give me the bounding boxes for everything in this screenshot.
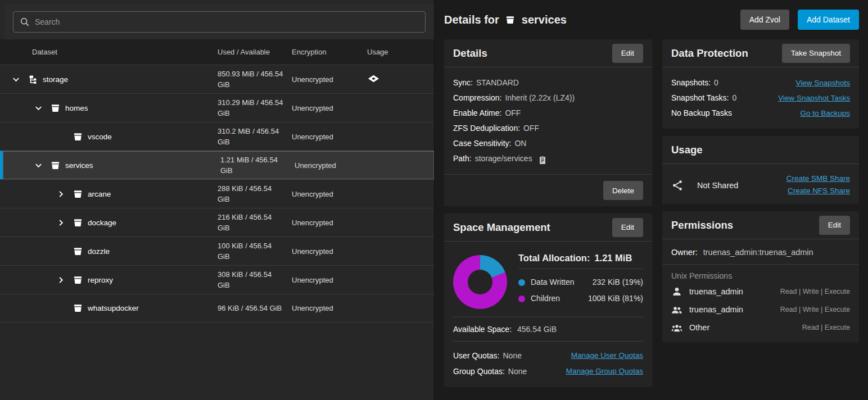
used-available-value: 96 KiB / 456.54 GiB	[218, 303, 292, 313]
cards-right-column: Data Protection Take Snapshot Snapshots:…	[662, 39, 859, 342]
details-edit-button[interactable]: Edit	[612, 44, 643, 63]
dataset-table-body: storage850.93 MiB / 456.54 GiBUnencrypte…	[0, 65, 434, 400]
protection-link[interactable]: Go to Backups	[800, 106, 850, 121]
copy-path-icon[interactable]	[538, 154, 547, 163]
donut-legend: Data Written232 KiB (19%)Children1008 Ki…	[518, 274, 643, 307]
dataset-row-arcane[interactable]: arcane288 KiB / 456.54 GiBUnencrypted	[0, 179, 434, 208]
space-edit-button[interactable]: Edit	[612, 218, 643, 237]
dataset-row-storage[interactable]: storage850.93 MiB / 456.54 GiBUnencrypte…	[0, 65, 434, 93]
property-label: Path:	[453, 151, 472, 166]
selected-dataset-name: services	[522, 13, 567, 26]
property-label: Enable Atime:	[453, 106, 501, 121]
encryption-value: Unencrypted	[292, 219, 367, 227]
dataset-name-label: arcane	[88, 190, 111, 198]
add-dataset-button[interactable]: Add Dataset	[798, 10, 859, 30]
dataset-row-dockage[interactable]: dockage216 KiB / 456.54 GiBUnencrypted	[0, 208, 434, 237]
details-card: Details Edit Sync:STANDARDCompression:In…	[444, 39, 652, 206]
search-input[interactable]	[13, 11, 426, 33]
search-toolbar	[4, 4, 434, 39]
used-available-value: 1.21 MiB / 456.54 GiB	[220, 154, 295, 176]
create-share-link[interactable]: Create NFS Share	[788, 187, 850, 195]
usage-cell	[367, 73, 435, 86]
expander-spacer	[54, 302, 67, 315]
dataset-icon	[72, 274, 83, 285]
chevron-down-icon[interactable]	[31, 158, 45, 172]
permissions-edit-button[interactable]: Edit	[819, 216, 850, 235]
legend-value: 232 KiB (19%)	[593, 274, 643, 290]
dataset-row-whatsupdocker[interactable]: whatsupdocker96 KiB / 456.54 GiBUnencryp…	[0, 294, 434, 322]
column-header-used-available: Used / Available	[218, 48, 292, 56]
details-property: Case Sensitivity:ON	[453, 136, 643, 151]
dataset-icon	[49, 102, 61, 113]
permission-row: truenas_adminRead | Write | Execute	[662, 301, 859, 319]
details-property: Compression:Inherit (2.22x (LZ4))	[453, 90, 643, 106]
protection-link[interactable]: View Snapshot Tasks	[778, 90, 850, 106]
total-allocation-value: 1.21 MiB	[594, 253, 632, 263]
property-label: ZFS Deduplication:	[453, 121, 520, 136]
encryption-value: Unencrypted	[292, 276, 367, 284]
available-space: Available Space: 456.54 GiB	[453, 317, 643, 342]
page-title: Details for services	[444, 13, 567, 26]
used-available-value: 310.29 MiB / 456.54 GiB	[218, 97, 292, 119]
search-icon	[20, 17, 30, 27]
chevron-down-icon[interactable]	[31, 101, 45, 115]
datasets-page: Dataset Used / Available Encryption Usag…	[0, 0, 868, 400]
legend-color-dot	[518, 279, 525, 286]
expander-spacer	[54, 244, 67, 258]
dataset-row-services[interactable]: services1.21 MiB / 456.54 GiBUnencrypted	[0, 151, 434, 179]
chevron-down-icon[interactable]	[9, 72, 22, 86]
unix-permissions-title: Unix Permissions	[662, 265, 859, 283]
used-available-value: 310.2 MiB / 456.54 GiB	[218, 126, 292, 147]
chevron-right-icon[interactable]	[54, 187, 67, 201]
permission-row: truenas_adminRead | Write | Execute	[662, 283, 859, 301]
create-share-link[interactable]: Create SMB Share	[786, 174, 850, 183]
usage-card: Usage Not Shared Create SMB ShareCreate …	[662, 136, 859, 204]
property-value: Inherit (2.22x (LZ4))	[505, 90, 575, 106]
legend-row: Data Written232 KiB (19%)	[518, 274, 643, 290]
dataset-row-vscode[interactable]: vscode310.2 MiB / 456.54 GiBUnencrypted	[0, 122, 434, 151]
dataset-icon	[72, 246, 83, 257]
delete-dataset-button[interactable]: Delete	[603, 181, 643, 200]
used-available-value: 216 KiB / 456.54 GiB	[218, 212, 292, 233]
dataset-name-label: services	[65, 161, 93, 170]
details-cards: Details Edit Sync:STANDARDCompression:In…	[444, 39, 859, 387]
data-protection-row: No Backup TasksGo to Backups	[671, 106, 850, 121]
available-space-value: 456.54 GiB	[517, 325, 557, 334]
legend-value: 1008 KiB (81%)	[588, 290, 643, 307]
dataset-name-label: storage	[43, 75, 68, 84]
dataset-row-homes[interactable]: homes310.29 MiB / 456.54 GiBUnencrypted	[0, 93, 434, 122]
data-protection-rows: Snapshots:0View SnapshotsSnapshot Tasks:…	[662, 67, 859, 129]
pool-root-icon	[27, 74, 38, 85]
total-allocation-label: Total Allocation:	[518, 253, 590, 263]
protection-value: 0	[732, 90, 736, 106]
quota-row: User Quotas:NoneManage User Quotas	[453, 348, 643, 363]
column-header-encryption: Encryption	[292, 48, 367, 56]
encryption-value: Unencrypted	[292, 75, 367, 84]
details-property: Enable Atime:OFF	[453, 106, 643, 121]
dataset-icon	[72, 188, 83, 199]
share-links: Create SMB ShareCreate NFS Share	[786, 173, 850, 195]
dataset-row-dozzle[interactable]: dozzle100 KiB / 456.54 GiBUnencrypted	[0, 237, 434, 265]
details-property: Sync:STANDARD	[453, 75, 643, 90]
quota-manage-link[interactable]: Manage Group Quotas	[566, 363, 643, 379]
permissions-card-title: Permissions	[671, 219, 733, 231]
dataset-row-reproxy[interactable]: reproxy308 KiB / 456.54 GiBUnencrypted	[0, 265, 434, 294]
protection-link[interactable]: View Snapshots	[795, 75, 850, 90]
details-header: Details for services Add Zvol Add Datase…	[444, 0, 859, 39]
dataset-name-label: homes	[65, 104, 88, 112]
quota-manage-link[interactable]: Manage User Quotas	[571, 348, 643, 363]
encryption-value: Unencrypted	[292, 133, 367, 141]
owner-label: Owner:	[671, 248, 698, 257]
space-card-title: Space Management	[453, 221, 550, 234]
expander-spacer	[54, 130, 67, 143]
take-snapshot-button[interactable]: Take Snapshot	[782, 44, 850, 63]
property-value: STANDARD	[476, 75, 519, 90]
share-status: Not Shared	[671, 176, 738, 195]
add-zvol-button[interactable]: Add Zvol	[740, 10, 789, 30]
chevron-right-icon[interactable]	[54, 273, 67, 287]
dataset-name-label: reproxy	[88, 276, 113, 284]
legend-row: Children1008 KiB (81%)	[518, 290, 643, 307]
encryption-value: Unencrypted	[292, 104, 367, 112]
chevron-right-icon[interactable]	[54, 216, 67, 229]
column-header-dataset: Dataset	[0, 48, 218, 56]
